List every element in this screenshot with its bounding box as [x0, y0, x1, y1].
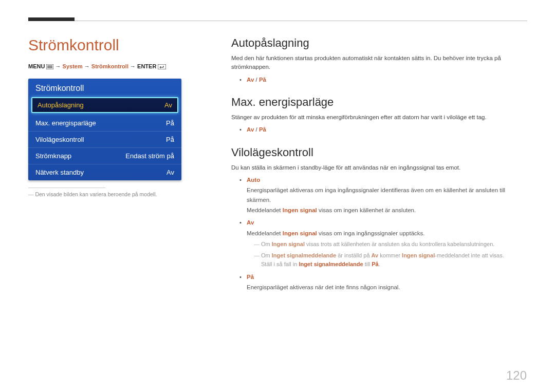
menu-label: Nätverk standby [35, 169, 84, 176]
enter-icon [158, 64, 166, 69]
menu-row-natverk-standby[interactable]: Nätverk standby Av [28, 164, 181, 180]
menu-value: På [166, 136, 174, 143]
breadcrumb: MENU → System → Strömkontroll → ENTER [28, 63, 198, 69]
breadcrumb-stromkontroll: Strömkontroll [91, 63, 128, 69]
option-line: Av / På [239, 125, 527, 134]
menu-row-vilolageskontroll[interactable]: Vilolägeskontroll På [28, 132, 181, 147]
section-title: Vilolägeskontroll [231, 146, 527, 159]
menu-label: Max. energisparläge [35, 119, 96, 127]
menu-value: På [166, 119, 174, 127]
section-desc: Du kan ställa in skärmen i standby-läge … [231, 163, 527, 172]
svg-rect-4 [158, 64, 166, 69]
option-av: Av Meddelandet Ingen signal visas om ing… [239, 218, 527, 269]
section-title: Autopåslagning [231, 36, 527, 50]
top-divider [48, 21, 527, 21]
section-tab-marker [28, 17, 75, 21]
caption-divider [28, 188, 105, 188]
option-pa-desc: Energisparläget aktiveras när det inte f… [247, 283, 527, 292]
breadcrumb-enter: ENTER [137, 63, 156, 69]
image-caption: Den visade bilden kan variera beroende p… [28, 191, 198, 197]
page-title: Strömkontroll [28, 36, 198, 54]
option-auto-desc2: Meddelandet Ingen signal visas om ingen … [247, 206, 527, 215]
menu-row-stromknapp[interactable]: Strömknapp Endast ström på [28, 148, 181, 164]
menu-label: Vilolägeskontroll [35, 136, 84, 143]
menu-value: Av [164, 101, 172, 109]
option-line: Av / På [239, 75, 527, 84]
menu-value: Av [166, 169, 174, 176]
section-title: Max. energisparläge [231, 96, 527, 109]
note-1: Om Ingen signal visas trots att källenhe… [254, 240, 527, 249]
breadcrumb-menu: MENU [28, 63, 45, 69]
note-2: Om Inget signalmeddelande är inställd på… [254, 251, 527, 260]
menu-panel: Strömkontroll Autopåslagning Av Max. ene… [28, 79, 181, 180]
page-number: 120 [506, 368, 527, 383]
option-av-desc: Meddelandet Ingen signal visas om inga i… [247, 229, 527, 238]
menu-label: Strömknapp [35, 152, 71, 160]
option-auto-desc1: Energisparläget aktiveras om inga ingång… [247, 185, 527, 204]
menu-row-autopaslagning[interactable]: Autopåslagning Av [31, 97, 178, 113]
section-vilolageskontroll: Vilolägeskontroll Du kan ställa in skärm… [231, 146, 527, 292]
breadcrumb-system: System [63, 63, 83, 69]
note-2-sub: Ställ i så fall in Inget signalmeddeland… [261, 260, 527, 269]
menu-value: Endast ström på [125, 152, 174, 160]
section-desc: Med den här funktionen startas produkten… [231, 54, 527, 72]
menu-label: Autopåslagning [38, 101, 84, 109]
menu-icon [46, 64, 53, 69]
section-desc: Stänger av produkten för att minska ener… [231, 113, 527, 122]
option-pa: På Energisparläget aktiveras när det int… [239, 272, 527, 292]
option-auto: Auto Energisparläget aktiveras om inga i… [239, 175, 527, 215]
menu-row-max-energisparlage[interactable]: Max. energisparläge På [28, 115, 181, 131]
menu-panel-title: Strömkontroll [28, 79, 181, 97]
section-max-energisparlage: Max. energisparläge Stänger av produkten… [231, 96, 527, 135]
section-autopaslagning: Autopåslagning Med den här funktionen st… [231, 36, 527, 84]
